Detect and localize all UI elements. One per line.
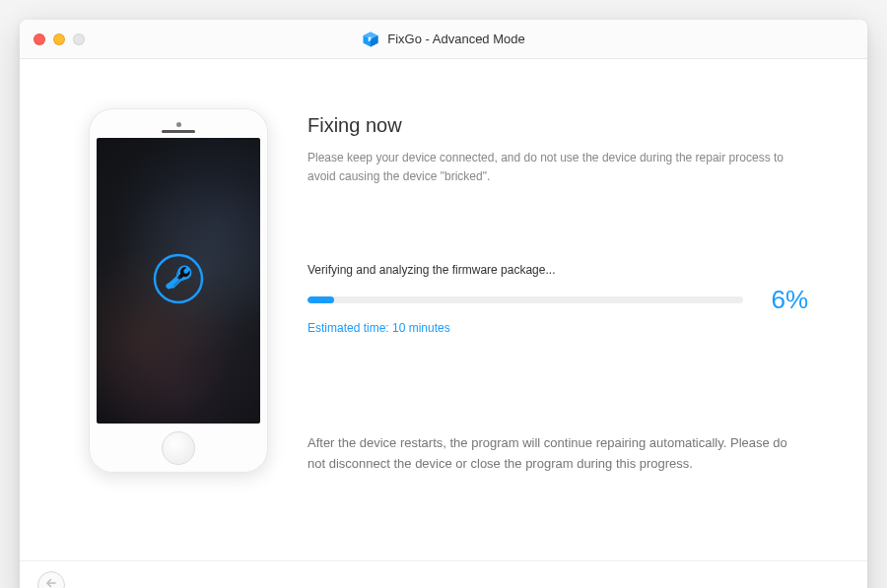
window-controls <box>34 33 85 45</box>
app-title: FixGo - Advanced Mode <box>387 32 524 46</box>
back-button[interactable] <box>37 571 65 589</box>
svg-point-3 <box>155 255 202 302</box>
phone-camera-dot <box>176 122 181 127</box>
page-heading: Fixing now <box>307 114 808 137</box>
progress-fill <box>307 296 334 303</box>
footer <box>20 560 867 588</box>
progress-bar <box>307 296 743 303</box>
phone-screen <box>97 138 260 424</box>
fixgo-cube-icon <box>362 31 379 48</box>
page-description: Please keep your device connected, and d… <box>307 149 808 186</box>
phone-home-button <box>162 431 195 465</box>
titlebar: FixGo - Advanced Mode <box>20 20 867 59</box>
minimize-window-button[interactable] <box>53 33 65 45</box>
progress-percent: 6% <box>757 285 808 315</box>
main-panel: Fixing now Please keep your device conne… <box>307 108 818 560</box>
arrow-left-icon <box>44 576 58 589</box>
content-area: Fixing now Please keep your device conne… <box>20 59 867 560</box>
zoom-window-button <box>73 33 85 45</box>
wrench-icon <box>152 252 205 309</box>
estimated-time: Estimated time: 10 minutes <box>307 321 808 335</box>
device-mockup <box>89 108 268 473</box>
phone-speaker-slit <box>162 130 195 133</box>
status-label: Verifying and analyzing the firmware pac… <box>307 263 808 277</box>
close-window-button[interactable] <box>34 33 45 45</box>
app-window: FixGo - Advanced Mode <box>20 20 867 588</box>
progress-row: 6% <box>307 285 808 315</box>
footnote: After the device restarts, the program w… <box>307 433 808 475</box>
phone-top-bezel <box>97 116 260 138</box>
title-center: FixGo - Advanced Mode <box>362 31 524 48</box>
